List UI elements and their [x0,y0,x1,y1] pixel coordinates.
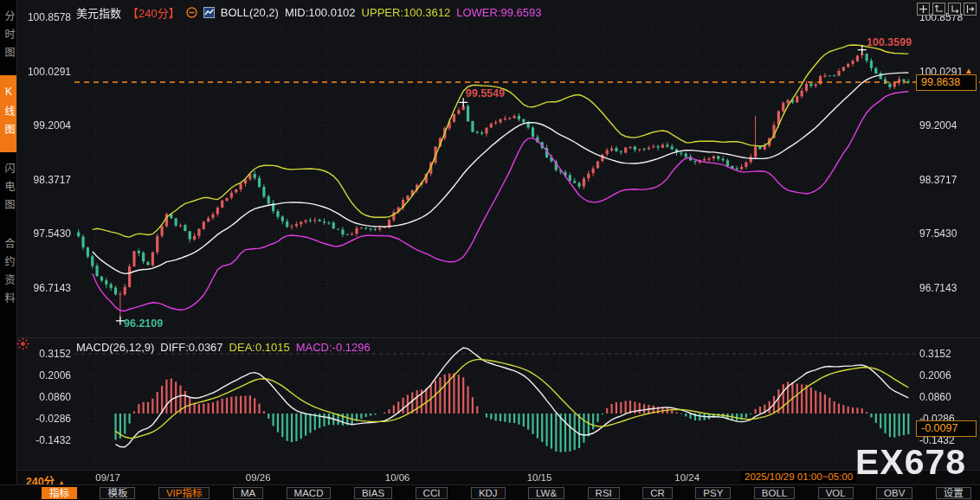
toolbar-button-MACD[interactable]: MACD [287,487,332,499]
macd-dea-value: DEA:0.1015 [229,341,290,354]
macd-axis-label-left: -0.0286 [17,413,71,425]
macd-axis-label-left: 0.0860 [17,391,71,403]
macd-axis-label-right: 0.2006 [919,369,951,381]
alert-sun-icon[interactable] [16,337,29,350]
brand-watermark: EX678 [855,445,966,480]
boll-mid-value: MID:100.0102 [285,6,356,19]
macd-axis-label-right: 0.3152 [919,348,951,360]
x-axis-date-label: 09/17 [95,472,120,483]
toolbar-button-LW&[interactable]: LW& [528,487,564,499]
sidebar-item-3[interactable]: 闪电图 [0,152,16,228]
toolbar-button-指标[interactable]: 指标 [42,487,77,499]
x-axis-date-label: 10/06 [385,472,410,483]
toolbar-button-MA[interactable]: MA [233,487,263,499]
price-axis-label-right: 96.7143 [919,282,957,294]
period-high-annotation: 100.3599 [867,36,912,48]
collapse-icon[interactable] [186,7,197,18]
toolbar-button-BIAS[interactable]: BIAS [354,487,392,499]
price-axis-label-left: 97.5430 [17,228,71,240]
toolbar-button-设置[interactable]: 设置 [936,487,971,499]
macd-axis-label-right: 0.0860 [919,391,951,403]
trading-app-window: 分时图K线图闪电图合约资料 美元指数 【240分】 BOLL(20,2) MID… [0,0,980,500]
macd-indicator-header: MACD(26,12,9) DIFF:0.0367 DEA:0.1015 MAC… [76,341,371,354]
swing-high-annotation: 99.5549 [466,87,505,99]
toolbar-button-VIP指标[interactable]: VIP指标 [158,487,210,499]
price-axis-label-right: 99.2004 [919,119,957,131]
sidebar-item-1[interactable]: 分时图 [0,0,16,75]
price-axis-label-left: 96.7143 [17,282,71,294]
period-low-annotation: 96.2109 [124,317,163,330]
macd-value-badge: -0.0097 [916,420,977,437]
chart-toolbar-icons [917,3,977,16]
toolbar-button-OBV[interactable]: OBV [876,487,912,499]
boll-upper-value: UPPER:100.3612 [362,6,451,19]
crosshair-time-badge: 2025/10/29 01:00~05:00 [741,471,856,483]
toolbar-button-VOL[interactable]: VOL [818,487,854,499]
toolbar-button-CR[interactable]: CR [642,487,673,499]
chart-type-sidebar: 分时图K线图闪电图合约资料 [0,0,17,500]
macd-diff-value: DIFF:0.0367 [160,341,222,354]
sidebar-item-4[interactable]: 合约资料 [0,228,16,321]
price-chart-canvas[interactable] [0,0,980,500]
x-axis-date-label: 09/26 [246,472,271,483]
x-axis-date-label: 10/15 [527,472,552,483]
sidebar-item-2[interactable]: K线图 [0,75,16,152]
macd-label: MACD(26,12,9) [76,341,154,354]
price-axis-label-right: 98.3717 [919,174,957,186]
boll-label: BOLL(20,2) [221,6,279,19]
macd-axis-label-left: 0.2006 [17,369,71,381]
toolbar-button-CCI[interactable]: CCI [416,487,448,499]
boll-lower-value: LOWER:99.6593 [456,6,541,19]
main-indicator-header: 美元指数 【240分】 BOLL(20,2) MID:100.0102 UPPE… [76,4,542,21]
price-axis-label-right: 97.5430 [919,228,957,240]
price-axis-label-left: 100.0291 [17,66,71,78]
indicator-chart-icon[interactable] [203,7,215,18]
toolbar-button-PSY[interactable]: PSY [695,487,731,499]
toolbar-button-BOLL[interactable]: BOLL [754,487,795,499]
indicator-toolbar: 指标模板VIP指标MAMACDBIASCCIKDJLW&RSICRPSYBOLL… [0,484,980,500]
last-price-badge: 99.8638 [916,74,977,91]
symbol-name: 美元指数 [76,4,121,21]
pan-right-icon[interactable] [964,3,977,16]
x-axis-scale-icon[interactable] [948,3,961,16]
toolbar-button-模板[interactable]: 模板 [100,487,135,499]
toolbar-button-RSI[interactable]: RSI [588,487,620,499]
x-axis-date-label: 10/24 [674,472,700,483]
price-axis-label-left: 100.8578 [17,11,71,23]
price-axis-label-left: 99.2004 [17,119,71,131]
price-axis-label-left: 98.3717 [17,174,71,186]
macd-bar-value: MACD:-0.1296 [296,341,371,354]
macd-axis-label-left: -0.1432 [17,434,71,446]
toolbar-button-KDJ[interactable]: KDJ [471,487,506,499]
period-tag[interactable]: 【240分】 [127,4,180,21]
y-axis-scale-icon[interactable] [932,3,945,16]
crosshair-icon[interactable] [917,3,930,16]
